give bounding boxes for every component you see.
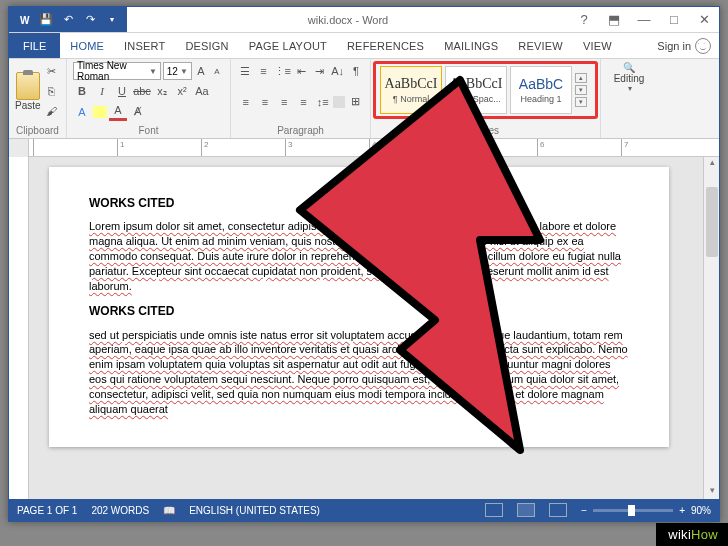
- heading-text: WORKS CITED: [89, 195, 629, 211]
- line-spacing-icon[interactable]: ↕≡: [314, 93, 331, 111]
- styles-more-icon[interactable]: ▾: [575, 97, 587, 107]
- print-layout-icon[interactable]: [517, 503, 535, 517]
- tab-review[interactable]: REVIEW: [508, 33, 573, 58]
- scroll-up-icon[interactable]: ▴: [704, 157, 719, 171]
- numbering-icon[interactable]: ≡: [255, 62, 271, 80]
- clear-formatting-icon[interactable]: A̸: [129, 103, 147, 121]
- undo-icon[interactable]: ↶: [59, 11, 77, 29]
- help-icon[interactable]: ?: [569, 7, 599, 33]
- font-name-value: Times New Roman: [77, 60, 147, 82]
- ruler-corner: [9, 139, 29, 157]
- align-center-icon[interactable]: ≡: [256, 93, 273, 111]
- style-normal[interactable]: AaBbCcI ¶ Normal: [380, 66, 442, 114]
- ribbon-tabs: FILE HOME INSERT DESIGN PAGE LAYOUT REFE…: [9, 33, 719, 59]
- font-size-combo[interactable]: 12▼: [163, 62, 192, 80]
- highlight-icon[interactable]: [93, 106, 107, 118]
- copy-icon[interactable]: ⎘: [43, 82, 61, 100]
- tab-references[interactable]: REFERENCES: [337, 33, 434, 58]
- bullets-icon[interactable]: ☰: [237, 62, 253, 80]
- word-window: W 💾 ↶ ↷ ▾ wiki.docx - Word ? ⬒ — □ ✕ FIL…: [8, 6, 720, 522]
- redo-icon[interactable]: ↷: [81, 11, 99, 29]
- tab-insert[interactable]: INSERT: [114, 33, 175, 58]
- shrink-font-icon[interactable]: A: [210, 62, 224, 80]
- minimize-icon[interactable]: —: [629, 7, 659, 33]
- read-mode-icon[interactable]: [485, 503, 503, 517]
- file-tab[interactable]: FILE: [9, 33, 60, 58]
- web-layout-icon[interactable]: [549, 503, 567, 517]
- tab-home[interactable]: HOME: [60, 33, 114, 58]
- tab-mailings[interactable]: MAILINGS: [434, 33, 508, 58]
- justify-icon[interactable]: ≡: [295, 93, 312, 111]
- superscript-button[interactable]: x²: [173, 82, 191, 100]
- word-icon[interactable]: W: [15, 11, 33, 29]
- align-right-icon[interactable]: ≡: [276, 93, 293, 111]
- paste-button[interactable]: Paste: [15, 72, 41, 111]
- horizontal-ruler[interactable]: [9, 139, 719, 157]
- ruler-tick: [201, 139, 285, 156]
- scroll-down-icon[interactable]: ▾: [704, 485, 719, 499]
- font-name-combo[interactable]: Times New Roman▼: [73, 62, 161, 80]
- bold-button[interactable]: B: [73, 82, 91, 100]
- decrease-indent-icon[interactable]: ⇤: [293, 62, 309, 80]
- editing-button[interactable]: 🔍 Editing ▾: [607, 62, 651, 93]
- styles-down-icon[interactable]: ▾: [575, 85, 587, 95]
- style-label: ¶ Normal: [393, 94, 429, 104]
- language-indicator[interactable]: ENGLISH (UNITED STATES): [189, 505, 320, 516]
- ruler-tick: [33, 139, 117, 156]
- subscript-button[interactable]: x₂: [153, 82, 171, 100]
- scroll-thumb[interactable]: [706, 187, 718, 257]
- vertical-ruler[interactable]: [9, 157, 29, 499]
- styles-group: AaBbCcI ¶ Normal AaBbCcI ¶ No Spac... Aa…: [371, 59, 601, 138]
- styles-up-icon[interactable]: ▴: [575, 73, 587, 83]
- underline-button[interactable]: U: [113, 82, 131, 100]
- zoom-out-icon[interactable]: −: [581, 505, 587, 516]
- zoom-in-icon[interactable]: +: [679, 505, 685, 516]
- editing-label: Editing: [614, 73, 645, 84]
- increase-indent-icon[interactable]: ⇥: [311, 62, 327, 80]
- document-page[interactable]: WORKS CITED Lorem ipsum dolor sit amet, …: [49, 167, 669, 447]
- font-group-label: Font: [73, 125, 224, 136]
- paragraph-group-label: Paragraph: [237, 125, 364, 136]
- strikethrough-button[interactable]: abc: [133, 82, 151, 100]
- ruler-tick: [117, 139, 201, 156]
- style-label: ¶ No Spac...: [451, 94, 500, 104]
- change-case-icon[interactable]: Aa: [193, 82, 211, 100]
- maximize-icon[interactable]: □: [659, 7, 689, 33]
- zoom-level[interactable]: 90%: [691, 505, 711, 516]
- show-marks-icon[interactable]: ¶: [348, 62, 364, 80]
- close-icon[interactable]: ✕: [689, 7, 719, 33]
- multilevel-list-icon[interactable]: ⋮≡: [274, 62, 291, 80]
- feedback-icon[interactable]: [695, 38, 711, 54]
- shading-icon[interactable]: [333, 96, 345, 108]
- page-viewport[interactable]: WORKS CITED Lorem ipsum dolor sit amet, …: [29, 157, 703, 499]
- style-heading-1[interactable]: AaBbC Heading 1: [510, 66, 572, 114]
- italic-button[interactable]: I: [93, 82, 111, 100]
- qat-customize-icon[interactable]: ▾: [103, 11, 121, 29]
- ribbon-options-icon[interactable]: ⬒: [599, 7, 629, 33]
- word-count[interactable]: 202 WORDS: [91, 505, 149, 516]
- cut-icon[interactable]: ✂: [43, 62, 61, 80]
- grow-font-icon[interactable]: A: [194, 62, 208, 80]
- styles-scroll: ▴ ▾ ▾: [575, 73, 589, 107]
- zoom-slider[interactable]: [593, 509, 673, 512]
- proofing-icon[interactable]: 📖: [163, 505, 175, 516]
- style-no-spacing[interactable]: AaBbCcI ¶ No Spac...: [445, 66, 507, 114]
- zoom-thumb[interactable]: [628, 505, 635, 516]
- text-effects-icon[interactable]: A: [73, 103, 91, 121]
- tab-design[interactable]: DESIGN: [175, 33, 238, 58]
- font-color-icon[interactable]: A: [109, 103, 127, 121]
- sort-icon[interactable]: A↓: [329, 62, 345, 80]
- page-indicator[interactable]: PAGE 1 OF 1: [17, 505, 77, 516]
- sign-in-link[interactable]: Sign in: [657, 40, 691, 52]
- vertical-scrollbar[interactable]: ▴ ▾: [703, 157, 719, 499]
- align-left-icon[interactable]: ≡: [237, 93, 254, 111]
- window-title: wiki.docx - Word: [127, 14, 569, 26]
- format-painter-icon[interactable]: 🖌: [43, 102, 61, 120]
- save-icon[interactable]: 💾: [37, 11, 55, 29]
- document-area: WORKS CITED Lorem ipsum dolor sit amet, …: [9, 157, 719, 499]
- tab-view[interactable]: VIEW: [573, 33, 622, 58]
- borders-icon[interactable]: ⊞: [347, 93, 364, 111]
- tab-page-layout[interactable]: PAGE LAYOUT: [239, 33, 337, 58]
- editing-group: 🔍 Editing ▾: [601, 59, 657, 138]
- quick-access-toolbar: W 💾 ↶ ↷ ▾: [9, 7, 127, 32]
